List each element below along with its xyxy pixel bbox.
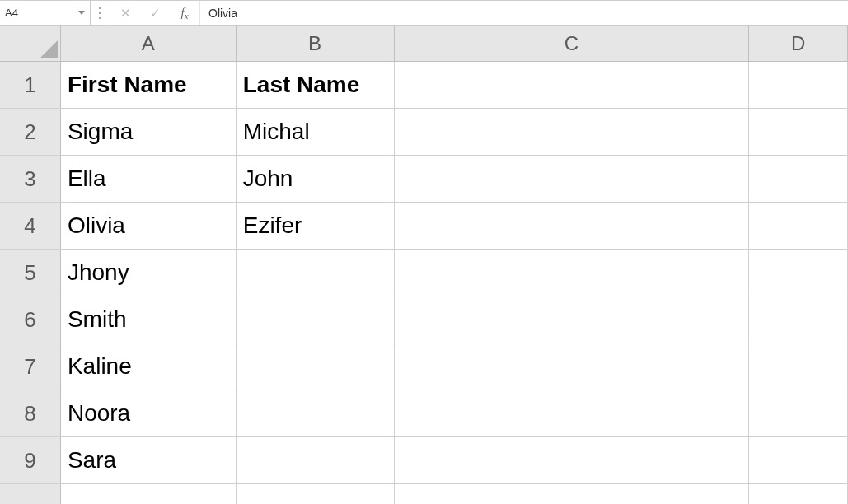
cell-C1[interactable] — [395, 62, 750, 108]
name-box-text: A4 — [5, 7, 73, 19]
cell-A8[interactable]: Noora — [61, 390, 237, 436]
cell-B1[interactable]: Last Name — [237, 62, 395, 108]
cell-A9[interactable]: Sara — [61, 437, 237, 483]
row-header-4[interactable]: 4 — [0, 203, 61, 249]
cell-A3[interactable]: Ella — [61, 156, 237, 202]
cell-D7[interactable] — [749, 343, 848, 390]
cell-B7[interactable] — [237, 343, 395, 390]
cell-A5[interactable]: Jhony — [61, 250, 237, 296]
cell-C5[interactable] — [395, 250, 750, 296]
table-row: 3 Ella John — [0, 156, 848, 203]
cell-B3[interactable]: John — [237, 156, 395, 202]
cell-D8[interactable] — [749, 390, 848, 436]
formula-input-text: Olivia — [208, 7, 237, 20]
spreadsheet-grid: A B C D 1 First Name Last Name 2 Sigma M… — [0, 26, 848, 504]
table-row: 9 Sara — [0, 437, 848, 484]
cell-D5[interactable] — [749, 250, 848, 296]
row-header-5[interactable]: 5 — [0, 250, 61, 296]
cell-B9[interactable] — [237, 437, 395, 483]
table-row — [0, 484, 848, 504]
table-row: 7 Kaline — [0, 343, 848, 390]
cancel-button[interactable]: ✕ — [110, 1, 140, 25]
cell-C4[interactable] — [395, 203, 750, 249]
cell-A2[interactable]: Sigma — [61, 109, 237, 155]
column-header-B[interactable]: B — [237, 26, 395, 61]
cell-A6[interactable]: Smith — [61, 296, 237, 343]
row-header-2[interactable]: 2 — [0, 109, 61, 155]
cancel-icon: ✕ — [120, 6, 131, 21]
select-all-triangle-icon — [40, 40, 58, 58]
table-row: 5 Jhony — [0, 250, 848, 296]
cell-A7[interactable]: Kaline — [61, 343, 237, 390]
cell-D3[interactable] — [749, 156, 848, 202]
insert-function-button[interactable]: fx — [170, 1, 199, 25]
cell-B4[interactable]: Ezifer — [237, 203, 395, 249]
cell-A1[interactable]: First Name — [61, 62, 237, 108]
cell-D6[interactable] — [749, 296, 848, 343]
column-headers: A B C D — [0, 26, 848, 62]
cell-D2[interactable] — [749, 109, 848, 155]
cell-D9[interactable] — [749, 437, 848, 483]
check-icon: ✓ — [150, 6, 161, 21]
row-header-8[interactable]: 8 — [0, 390, 61, 436]
formula-input[interactable]: Olivia — [200, 1, 848, 25]
cell-D10[interactable] — [749, 484, 848, 504]
cell-C8[interactable] — [395, 390, 750, 436]
cell-D4[interactable] — [749, 203, 848, 249]
row-header-9[interactable]: 9 — [0, 437, 61, 483]
name-box[interactable]: A4 — [0, 1, 91, 25]
cell-C9[interactable] — [395, 437, 750, 483]
row-header-6[interactable]: 6 — [0, 296, 61, 343]
column-header-A[interactable]: A — [61, 26, 237, 61]
table-row: 6 Smith — [0, 296, 848, 343]
cell-B2[interactable]: Michal — [237, 109, 395, 155]
table-row: 1 First Name Last Name — [0, 62, 848, 109]
cell-B10[interactable] — [237, 484, 395, 504]
enter-button[interactable]: ✓ — [140, 1, 170, 25]
cell-C6[interactable] — [395, 296, 750, 343]
cell-B6[interactable] — [237, 296, 395, 343]
cell-D1[interactable] — [749, 62, 848, 108]
cell-A4[interactable]: Olivia — [61, 203, 237, 249]
row-header-1[interactable]: 1 — [0, 62, 61, 108]
formula-bar-options[interactable] — [91, 1, 110, 25]
fx-icon: fx — [180, 6, 188, 20]
row-header-3[interactable]: 3 — [0, 156, 61, 202]
column-header-D[interactable]: D — [749, 26, 848, 61]
cell-A10[interactable] — [61, 484, 237, 504]
select-all-corner[interactable] — [0, 26, 61, 61]
cell-C3[interactable] — [395, 156, 750, 202]
column-header-C[interactable]: C — [395, 26, 750, 61]
cell-C2[interactable] — [395, 109, 750, 155]
table-row: 2 Sigma Michal — [0, 109, 848, 156]
cell-B5[interactable] — [237, 250, 395, 296]
vertical-dots-icon — [99, 7, 101, 19]
formula-bar: A4 ✕ ✓ fx Olivia — [0, 1, 848, 26]
chevron-down-icon[interactable] — [78, 11, 85, 15]
cell-B8[interactable] — [237, 390, 395, 436]
table-row: 8 Noora — [0, 390, 848, 437]
table-row: 4 Olivia Ezifer — [0, 203, 848, 250]
row-header-7[interactable]: 7 — [0, 343, 61, 390]
cell-C10[interactable] — [395, 484, 750, 504]
cell-C7[interactable] — [395, 343, 750, 390]
row-header-10[interactable] — [0, 484, 61, 504]
